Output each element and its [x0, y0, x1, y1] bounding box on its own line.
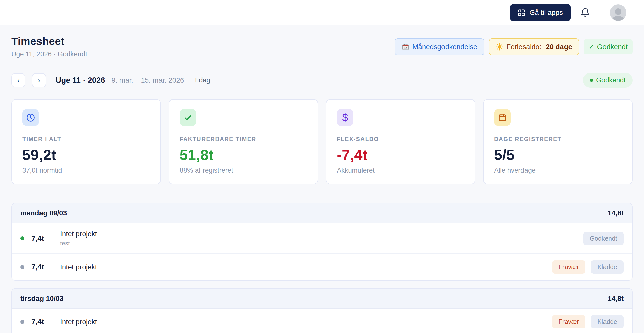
day-header: mandag 09/03 14,8t: [12, 203, 632, 223]
entry-status-badge: Kladde: [591, 315, 624, 328]
stat-card-flex-balance: $ FLEX-SALDO -7,4t Akkumuleret: [326, 99, 475, 184]
sun-icon: [496, 43, 503, 51]
day-total-hours: 14,8t: [608, 209, 624, 217]
stat-label: DAGE REGISTRERET: [494, 136, 622, 143]
previous-week-button[interactable]: ‹: [11, 73, 25, 87]
entry-status-badge: Fravær: [552, 315, 586, 328]
status-dot-icon: [590, 79, 593, 82]
stats-row: TIMER I ALT 59,2t 37,0t normtid FAKTURER…: [11, 99, 633, 184]
topbar-divider: [600, 5, 600, 20]
stat-value: 59,2t: [22, 146, 150, 163]
next-week-button[interactable]: ›: [32, 73, 46, 87]
entry-hours: 7,4t: [31, 318, 51, 326]
stat-subtext: 88% af registreret: [180, 167, 307, 174]
calendar-emoji-icon: 17: [402, 43, 409, 51]
day-total-hours: 14,8t: [608, 294, 624, 303]
svg-text:17: 17: [404, 47, 407, 49]
month-approval-label: Månedsgodkendelse: [412, 43, 477, 51]
approved-status-label: Godkendt: [597, 43, 628, 51]
stat-subtext: Akkumuleret: [337, 167, 464, 174]
time-entry-row[interactable]: 7,4t Intet projekt FraværKladde: [12, 253, 632, 280]
entry-project-name: Intet projekt: [60, 263, 97, 271]
day-entries: 7,4t Intet projekt FraværKladde 7,4t Int…: [12, 309, 632, 333]
topbar: Gå til apps: [0, 0, 644, 25]
notifications-bell-icon[interactable]: [580, 8, 590, 18]
day-card: tirsdag 10/03 14,8t 7,4t Intet projekt F…: [11, 288, 633, 333]
stat-value: 5/5: [494, 146, 622, 163]
stat-label: FLEX-SALDO: [337, 136, 464, 143]
stat-card-billable-hours: FAKTURERBARE TIMER 51,8t 88% af registre…: [169, 99, 318, 184]
entry-status-dot-icon: [20, 236, 24, 240]
stat-card-total-hours: TIMER I ALT 59,2t 37,0t normtid: [11, 99, 161, 184]
apps-button-label: Gå til apps: [529, 9, 563, 17]
entry-status-badge: Godkendt: [583, 232, 624, 245]
time-entry-row[interactable]: 7,4t Intet projekt test Godkendt: [12, 223, 632, 253]
dollar-icon: $: [337, 109, 353, 126]
stat-value: 51,8t: [180, 146, 307, 163]
week-date-range: 9. mar. – 15. mar. 2026: [111, 76, 184, 84]
stat-subtext: Alle hverdage: [494, 167, 622, 174]
holiday-balance-badge: Feriesaldo: 20 dage: [489, 38, 579, 55]
page-title: Timesheet: [11, 35, 87, 47]
stat-label: FAKTURERBARE TIMER: [180, 136, 307, 143]
stat-card-days-registered: DAGE REGISTRERET 5/5 Alle hverdage: [483, 99, 633, 184]
entry-badges: FraværKladde: [552, 260, 624, 274]
stat-label: TIMER I ALT: [22, 136, 150, 143]
user-avatar[interactable]: [610, 4, 626, 21]
clock-icon: [22, 109, 39, 126]
month-approval-button[interactable]: 17 Månedsgodkendelse: [395, 38, 484, 55]
entry-project-name: Intet projekt: [60, 318, 97, 326]
check-icon: ✓: [589, 43, 594, 51]
time-entry-row[interactable]: 7,4t Intet projekt FraværKladde: [12, 309, 632, 333]
apps-grid-icon: [518, 9, 525, 16]
section-divider: [0, 193, 644, 193]
entry-note: test: [60, 240, 97, 247]
entry-status-badge: Kladde: [591, 260, 624, 274]
stat-subtext: 37,0t normtid: [22, 167, 150, 174]
entry-project-name: Intet projekt: [60, 230, 97, 238]
day-card: mandag 09/03 14,8t 7,4t Intet projekt te…: [11, 203, 633, 281]
page-subtitle: Uge 11, 2026 · Godkendt: [11, 50, 87, 58]
go-to-apps-button[interactable]: Gå til apps: [510, 4, 571, 21]
week-navigation: ‹ › Uge 11 · 2026 9. mar. – 15. mar. 202…: [11, 73, 633, 88]
day-list: mandag 09/03 14,8t 7,4t Intet projekt te…: [11, 203, 633, 333]
entry-status-dot-icon: [20, 320, 24, 324]
approved-status-badge: ✓ Godkendt: [584, 39, 633, 54]
day-header: tirsdag 10/03 14,8t: [12, 289, 632, 309]
stat-value: -7,4t: [337, 146, 464, 163]
check-icon: [180, 109, 196, 126]
week-status-label: Godkendt: [596, 76, 626, 84]
entry-status-badge: Fravær: [552, 260, 586, 274]
entry-badges: FraværKladde: [552, 315, 624, 328]
entry-badges: Godkendt: [583, 232, 624, 245]
today-button[interactable]: I dag: [195, 76, 210, 84]
entry-hours: 7,4t: [31, 234, 51, 243]
week-title: Uge 11 · 2026: [56, 76, 105, 85]
day-name: tirsdag 10/03: [20, 294, 63, 303]
day-entries: 7,4t Intet projekt test Godkendt 7,4t In…: [12, 223, 632, 280]
holiday-balance-label: Feriesaldo:: [506, 43, 541, 51]
week-status-badge: Godkendt: [583, 73, 633, 88]
calendar-icon: [494, 109, 511, 126]
holiday-balance-value: 20 dage: [546, 43, 572, 51]
entry-status-dot-icon: [20, 265, 24, 269]
day-name: mandag 09/03: [20, 209, 67, 217]
entry-hours: 7,4t: [31, 263, 51, 271]
page-header: Timesheet Uge 11, 2026 · Godkendt 17 Mån…: [11, 35, 633, 58]
